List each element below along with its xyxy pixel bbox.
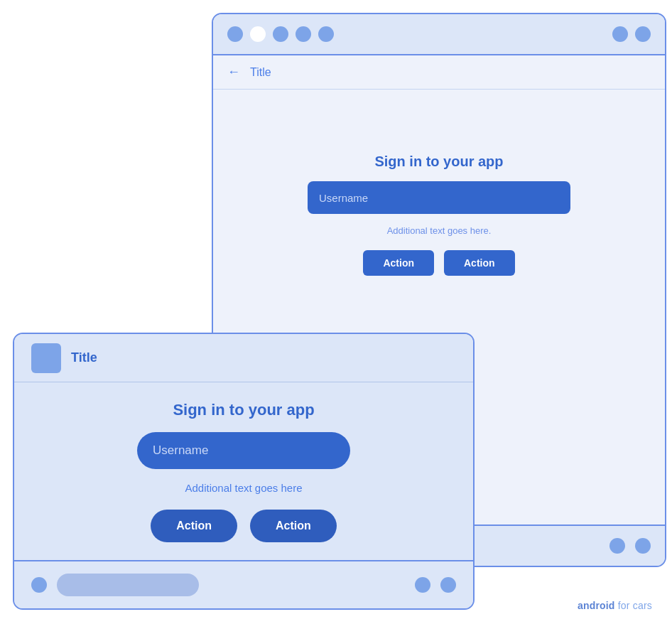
back-arrow-icon[interactable]: ← bbox=[227, 65, 240, 80]
status-dot-4 bbox=[318, 26, 334, 42]
watermark: android for cars bbox=[578, 600, 652, 611]
watermark-suffix: for cars bbox=[615, 600, 652, 611]
phone-sign-in-title: Sign in to your app bbox=[374, 154, 503, 170]
car-helper-text: Additional text goes here bbox=[185, 482, 302, 494]
car-app-logo bbox=[31, 343, 61, 373]
car-action-button-1[interactable]: Action bbox=[151, 510, 237, 542]
status-bar-left-dots bbox=[227, 26, 334, 42]
bottom-dot-2 bbox=[635, 538, 651, 554]
car-footer-dot-1 bbox=[31, 577, 47, 593]
car-footer-pill bbox=[57, 574, 199, 596]
nav-title: Title bbox=[250, 66, 271, 79]
car-sign-in-title: Sign in to your app bbox=[173, 401, 314, 419]
status-dot-6 bbox=[635, 26, 651, 42]
watermark-brand: android bbox=[578, 600, 615, 611]
phone-action-button-1[interactable]: Action bbox=[363, 250, 434, 276]
car-footer-dot-3 bbox=[440, 577, 456, 593]
phone-action-button-2[interactable]: Action bbox=[444, 250, 515, 276]
status-dot-2 bbox=[273, 26, 288, 42]
car-app-title: Title bbox=[71, 350, 97, 365]
car-username-input[interactable]: Username bbox=[137, 432, 350, 469]
car-action-buttons: Action Action bbox=[151, 510, 337, 542]
phone-helper-text: Additional text goes here. bbox=[387, 225, 492, 236]
car-action-button-2[interactable]: Action bbox=[250, 510, 337, 542]
phone-nav-bar: ← Title bbox=[213, 55, 665, 90]
phone-action-buttons: Action Action bbox=[363, 250, 514, 276]
car-mockup-front: Title Sign in to your app Username Addit… bbox=[13, 333, 475, 610]
status-bar-right-dots bbox=[612, 26, 651, 42]
phone-status-bar bbox=[213, 14, 665, 55]
car-content-area: Sign in to your app Username Additional … bbox=[14, 382, 473, 560]
status-dot-white bbox=[250, 26, 266, 42]
car-footer-dot-2 bbox=[415, 577, 430, 593]
car-footer-right bbox=[415, 577, 456, 593]
status-dot-3 bbox=[296, 26, 311, 42]
car-footer bbox=[14, 560, 473, 608]
car-footer-left bbox=[31, 574, 199, 596]
status-dot-5 bbox=[612, 26, 628, 42]
phone-username-input[interactable]: Username bbox=[308, 181, 570, 214]
car-header: Title bbox=[14, 334, 473, 382]
bottom-dot-1 bbox=[609, 538, 625, 554]
status-dot-1 bbox=[227, 26, 243, 42]
